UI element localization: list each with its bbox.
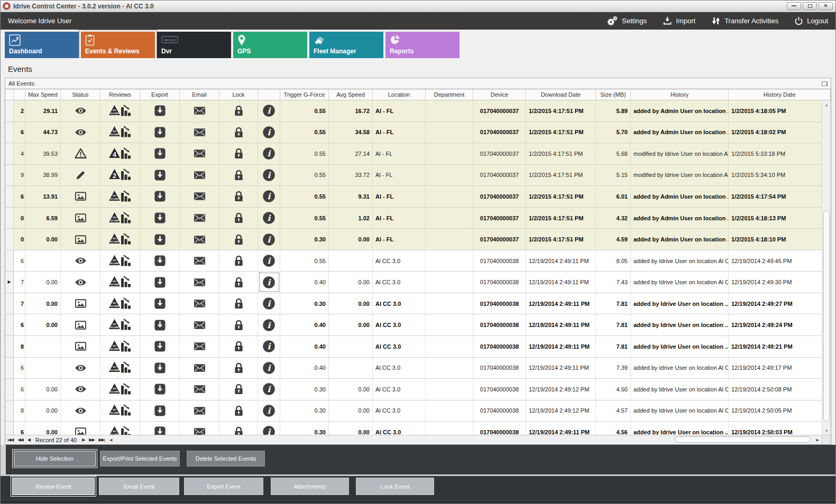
review-event-button[interactable]: Review Event: [12, 478, 95, 495]
scroll-left-icon[interactable]: ◀: [107, 438, 115, 442]
event-row[interactable]: 439.530.5527.14Al - FL0170400000371/2/20…: [5, 143, 822, 165]
nav-next-page-button[interactable]: ▶▶: [87, 437, 96, 442]
export-button-cell[interactable]: [140, 400, 180, 422]
column-header-department[interactable]: Department: [426, 89, 473, 100]
event-row[interactable]: 06.590.551.02Al - FL0170400000371/2/2015…: [5, 208, 822, 229]
email-button-cell[interactable]: [180, 122, 219, 143]
event-row[interactable]: 60.40Al CC 3.001704000003812/19/2014 2:4…: [5, 358, 822, 379]
export-button-cell[interactable]: [140, 165, 180, 186]
info-button-cell[interactable]: [258, 358, 280, 379]
info-button-cell[interactable]: [258, 336, 280, 357]
event-row[interactable]: 80.40Al CC 3.001704000003812/19/2014 2:4…: [5, 336, 822, 358]
column-header-history[interactable]: History: [631, 89, 729, 100]
lock-button-cell[interactable]: [219, 314, 258, 335]
reviews-cell[interactable]: [100, 272, 140, 293]
info-button-cell[interactable]: [258, 186, 280, 207]
horizontal-scroll-track[interactable]: [115, 435, 813, 444]
export-button-cell[interactable]: [140, 250, 180, 272]
column-header-lock[interactable]: Lock: [219, 89, 258, 100]
lock-button-cell[interactable]: [219, 336, 258, 357]
lock-button-cell[interactable]: [219, 122, 258, 143]
attachments-button[interactable]: Attachments: [271, 478, 349, 495]
info-button-cell[interactable]: [258, 379, 280, 400]
email-button-cell[interactable]: [180, 208, 219, 229]
email-button-cell[interactable]: [180, 293, 219, 314]
export-button-cell[interactable]: [140, 336, 180, 357]
lock-button-cell[interactable]: [219, 208, 258, 229]
row-selector-cell[interactable]: [5, 358, 14, 379]
event-row[interactable]: 644.730.5534.58Al - FL0170400000371/2/20…: [5, 122, 822, 144]
tab-reports[interactable]: Reports: [385, 32, 460, 58]
email-button-cell[interactable]: [180, 272, 219, 293]
event-row[interactable]: 00.000.300.00Al - FL0170400000371/2/2015…: [5, 229, 822, 250]
lock-button-cell[interactable]: [219, 293, 258, 314]
reviews-cell[interactable]: [100, 122, 140, 143]
row-selector-cell[interactable]: [5, 400, 14, 422]
export-button-cell[interactable]: [140, 422, 180, 435]
tab-fleet-manager[interactable]: Fleet Manager: [309, 32, 383, 58]
vertical-scrollbar[interactable]: ▲ ▼: [822, 100, 831, 435]
email-button-cell[interactable]: [180, 422, 219, 435]
nav-next-record-button[interactable]: ▶: [80, 437, 87, 442]
lock-button-cell[interactable]: [219, 100, 258, 122]
email-button-cell[interactable]: [180, 379, 219, 400]
event-row[interactable]: 70.000.300.00Al CC 3.001704000003812/19/…: [5, 293, 822, 315]
lock-button-cell[interactable]: [219, 422, 258, 435]
row-selector-cell[interactable]: [5, 229, 14, 250]
nav-last-record-button[interactable]: ▶▶|: [97, 437, 107, 442]
event-row[interactable]: 938.990.5533.72Al - FL0170400000371/2/20…: [5, 165, 822, 186]
export-button-cell[interactable]: [140, 314, 180, 335]
column-header-rowhead[interactable]: [5, 89, 14, 100]
reviews-cell[interactable]: [100, 400, 140, 422]
event-row[interactable]: 60.55Al CC 3.001704000003812/19/2014 2:4…: [5, 250, 822, 272]
maximize-button[interactable]: [803, 2, 817, 10]
reviews-cell[interactable]: [100, 422, 140, 435]
close-button[interactable]: ✕: [819, 2, 833, 10]
info-button-cell[interactable]: [258, 143, 280, 164]
delete-selected-button[interactable]: Delete Selected Events: [187, 451, 265, 466]
nav-prev-record-button[interactable]: ◀: [25, 437, 32, 442]
reviews-cell[interactable]: [100, 100, 140, 122]
info-button-cell[interactable]: [258, 229, 280, 250]
event-row[interactable]: 60.000.400.00Al CC 3.001704000003812/19/…: [5, 314, 822, 336]
email-button-cell[interactable]: [180, 336, 219, 357]
transfer-activities-button[interactable]: Transfer Activities: [711, 16, 778, 25]
event-row[interactable]: 60.000.300.00Al CC 3.001704000003812/19/…: [5, 422, 822, 435]
minimize-button[interactable]: [787, 2, 801, 10]
export-button-cell[interactable]: [140, 293, 180, 314]
lock-button-cell[interactable]: [219, 379, 258, 400]
reviews-cell[interactable]: [100, 208, 140, 229]
info-button-cell[interactable]: [258, 100, 280, 122]
column-header-device[interactable]: Device: [473, 89, 526, 100]
vertical-scroll-thumb[interactable]: [823, 211, 830, 422]
info-button-cell[interactable]: [258, 208, 280, 229]
export-button-cell[interactable]: [140, 229, 180, 250]
info-button-cell[interactable]: [258, 293, 280, 314]
horizontal-scrollbar[interactable]: ◀ ▶: [107, 435, 831, 444]
column-header-download_date[interactable]: Download Date: [526, 89, 596, 100]
lock-button-cell[interactable]: [219, 272, 258, 293]
info-button-cell[interactable]: [258, 122, 280, 143]
column-header-history_date[interactable]: History Date: [729, 89, 831, 100]
event-row[interactable]: 60.000.300.00Al CC 3.001704000003812/19/…: [5, 379, 822, 400]
email-button-cell[interactable]: [180, 229, 219, 250]
info-button-cell[interactable]: [258, 314, 280, 335]
lock-event-button[interactable]: Lock Event: [356, 478, 434, 495]
lock-button-cell[interactable]: [219, 143, 258, 164]
export-button-cell[interactable]: [140, 379, 180, 400]
row-selector-cell[interactable]: [5, 293, 14, 314]
row-selector-cell[interactable]: [5, 122, 14, 143]
horizontal-scroll-thumb[interactable]: [675, 436, 811, 443]
info-button-cell[interactable]: [258, 400, 280, 422]
email-button-cell[interactable]: [180, 186, 219, 207]
email-button-cell[interactable]: [180, 143, 219, 164]
reviews-cell[interactable]: [100, 293, 140, 314]
reviews-cell[interactable]: [100, 229, 140, 250]
column-header-review_icon[interactable]: Reviews: [100, 89, 140, 100]
column-header-export[interactable]: Export: [140, 89, 180, 100]
email-button-cell[interactable]: [180, 165, 219, 186]
export-print-selected-button[interactable]: Export/Print Selected Events: [100, 451, 180, 466]
row-selector-cell[interactable]: [5, 422, 14, 435]
logout-button[interactable]: Logout: [794, 16, 828, 25]
reviews-cell[interactable]: [100, 250, 140, 272]
